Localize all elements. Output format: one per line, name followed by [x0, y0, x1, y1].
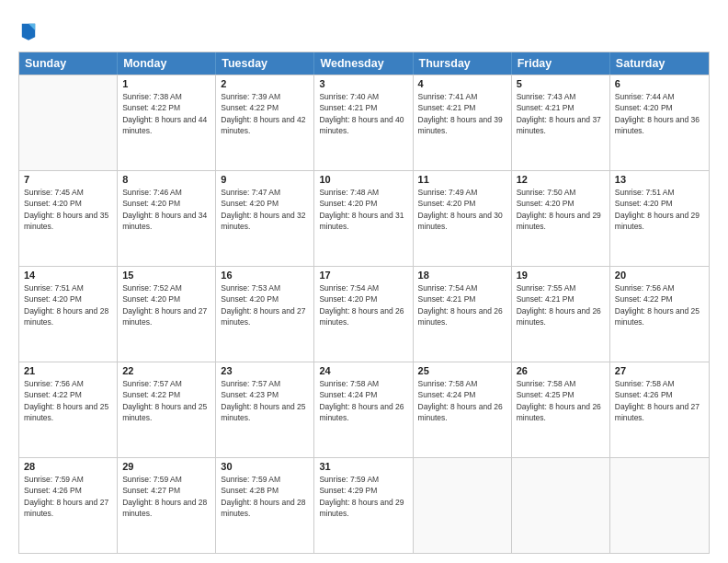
cell-info: Sunrise: 7:58 AM Sunset: 4:24 PM Dayligh…: [319, 378, 407, 423]
cell-info: Sunrise: 7:48 AM Sunset: 4:20 PM Dayligh…: [319, 187, 407, 232]
cell-date-number: 30: [221, 461, 309, 472]
calendar-week-5: 28Sunrise: 7:59 AM Sunset: 4:26 PM Dayli…: [19, 457, 709, 553]
calendar-cell: 23Sunrise: 7:57 AM Sunset: 4:23 PM Dayli…: [216, 362, 314, 457]
calendar: SundayMondayTuesdayWednesdayThursdayFrid…: [18, 52, 710, 554]
cell-info: Sunrise: 7:58 AM Sunset: 4:25 PM Dayligh…: [517, 378, 605, 423]
calendar-cell: 19Sunrise: 7:55 AM Sunset: 4:21 PM Dayli…: [512, 267, 610, 362]
cell-info: Sunrise: 7:59 AM Sunset: 4:29 PM Dayligh…: [319, 474, 407, 519]
calendar-cell: 31Sunrise: 7:59 AM Sunset: 4:29 PM Dayli…: [314, 458, 413, 553]
cell-date-number: 27: [615, 365, 704, 376]
logo-icon: [20, 20, 37, 40]
calendar-cell: 1Sunrise: 7:38 AM Sunset: 4:22 PM Daylig…: [118, 75, 216, 170]
calendar-cell: [414, 458, 512, 553]
header: [18, 17, 710, 44]
cell-date-number: 3: [319, 78, 407, 89]
header-day-sunday: Sunday: [19, 52, 118, 75]
calendar-week-3: 14Sunrise: 7:51 AM Sunset: 4:20 PM Dayli…: [19, 266, 709, 362]
cell-info: Sunrise: 7:55 AM Sunset: 4:21 PM Dayligh…: [517, 282, 605, 327]
cell-info: Sunrise: 7:56 AM Sunset: 4:22 PM Dayligh…: [615, 282, 704, 327]
calendar-cell: 13Sunrise: 7:51 AM Sunset: 4:20 PM Dayli…: [610, 171, 709, 266]
calendar-cell: 25Sunrise: 7:58 AM Sunset: 4:24 PM Dayli…: [414, 362, 512, 457]
cell-info: Sunrise: 7:41 AM Sunset: 4:21 PM Dayligh…: [418, 91, 506, 136]
calendar-body: 1Sunrise: 7:38 AM Sunset: 4:22 PM Daylig…: [19, 75, 709, 553]
calendar-cell: 22Sunrise: 7:57 AM Sunset: 4:22 PM Dayli…: [118, 362, 216, 457]
cell-date-number: 6: [615, 78, 704, 89]
calendar-cell: 18Sunrise: 7:54 AM Sunset: 4:21 PM Dayli…: [414, 267, 512, 362]
cell-info: Sunrise: 7:46 AM Sunset: 4:20 PM Dayligh…: [122, 187, 210, 232]
cell-date-number: 23: [221, 365, 309, 376]
cell-info: Sunrise: 7:44 AM Sunset: 4:20 PM Dayligh…: [615, 91, 704, 136]
cell-info: Sunrise: 7:57 AM Sunset: 4:23 PM Dayligh…: [221, 378, 309, 423]
calendar-cell: 30Sunrise: 7:59 AM Sunset: 4:28 PM Dayli…: [216, 458, 314, 553]
header-day-friday: Friday: [512, 52, 610, 75]
cell-date-number: 4: [418, 78, 506, 89]
calendar-cell: 20Sunrise: 7:56 AM Sunset: 4:22 PM Dayli…: [610, 267, 709, 362]
cell-info: Sunrise: 7:54 AM Sunset: 4:21 PM Dayligh…: [418, 282, 506, 327]
cell-date-number: 31: [319, 461, 407, 472]
calendar-cell: 28Sunrise: 7:59 AM Sunset: 4:26 PM Dayli…: [19, 458, 118, 553]
cell-date-number: 13: [615, 174, 704, 185]
header-day-wednesday: Wednesday: [314, 52, 413, 75]
cell-info: Sunrise: 7:47 AM Sunset: 4:20 PM Dayligh…: [221, 187, 309, 232]
cell-date-number: 16: [221, 270, 309, 281]
cell-date-number: 22: [122, 365, 210, 376]
cell-date-number: 8: [122, 174, 210, 185]
calendar-cell: 17Sunrise: 7:54 AM Sunset: 4:20 PM Dayli…: [314, 267, 413, 362]
calendar-cell: 9Sunrise: 7:47 AM Sunset: 4:20 PM Daylig…: [216, 171, 314, 266]
calendar-cell: 4Sunrise: 7:41 AM Sunset: 4:21 PM Daylig…: [414, 75, 512, 170]
cell-info: Sunrise: 7:54 AM Sunset: 4:20 PM Dayligh…: [319, 282, 407, 327]
cell-date-number: 5: [517, 78, 605, 89]
cell-info: Sunrise: 7:39 AM Sunset: 4:22 PM Dayligh…: [221, 91, 309, 136]
calendar-cell: 29Sunrise: 7:59 AM Sunset: 4:27 PM Dayli…: [118, 458, 216, 553]
cell-date-number: 11: [418, 174, 506, 185]
calendar-cell: 8Sunrise: 7:46 AM Sunset: 4:20 PM Daylig…: [118, 171, 216, 266]
cell-date-number: 19: [517, 270, 605, 281]
cell-info: Sunrise: 7:53 AM Sunset: 4:20 PM Dayligh…: [221, 282, 309, 327]
cell-info: Sunrise: 7:59 AM Sunset: 4:28 PM Dayligh…: [221, 474, 309, 519]
cell-date-number: 14: [24, 270, 112, 281]
cell-info: Sunrise: 7:52 AM Sunset: 4:20 PM Dayligh…: [122, 282, 210, 327]
calendar-cell: 26Sunrise: 7:58 AM Sunset: 4:25 PM Dayli…: [512, 362, 610, 457]
logo: [18, 20, 40, 44]
cell-date-number: 10: [319, 174, 407, 185]
cell-date-number: 29: [122, 461, 210, 472]
cell-date-number: 26: [517, 365, 605, 376]
cell-date-number: 9: [221, 174, 309, 185]
cell-date-number: 20: [615, 270, 704, 281]
cell-info: Sunrise: 7:58 AM Sunset: 4:24 PM Dayligh…: [418, 378, 506, 423]
cell-info: Sunrise: 7:56 AM Sunset: 4:22 PM Dayligh…: [24, 378, 112, 423]
calendar-week-4: 21Sunrise: 7:56 AM Sunset: 4:22 PM Dayli…: [19, 362, 709, 457]
calendar-cell: 7Sunrise: 7:45 AM Sunset: 4:20 PM Daylig…: [19, 171, 118, 266]
cell-date-number: 17: [319, 270, 407, 281]
calendar-cell: 24Sunrise: 7:58 AM Sunset: 4:24 PM Dayli…: [314, 362, 413, 457]
cell-date-number: 1: [122, 78, 210, 89]
calendar-cell: 3Sunrise: 7:40 AM Sunset: 4:21 PM Daylig…: [314, 75, 413, 170]
cell-info: Sunrise: 7:59 AM Sunset: 4:27 PM Dayligh…: [122, 474, 210, 519]
cell-date-number: 15: [122, 270, 210, 281]
calendar-cell: 27Sunrise: 7:58 AM Sunset: 4:26 PM Dayli…: [610, 362, 709, 457]
header-day-monday: Monday: [118, 52, 216, 75]
cell-info: Sunrise: 7:59 AM Sunset: 4:26 PM Dayligh…: [24, 474, 112, 519]
calendar-cell: 12Sunrise: 7:50 AM Sunset: 4:20 PM Dayli…: [512, 171, 610, 266]
cell-info: Sunrise: 7:49 AM Sunset: 4:20 PM Dayligh…: [418, 187, 506, 232]
page: SundayMondayTuesdayWednesdayThursdayFrid…: [0, 0, 728, 563]
cell-info: Sunrise: 7:51 AM Sunset: 4:20 PM Dayligh…: [24, 282, 112, 327]
cell-info: Sunrise: 7:40 AM Sunset: 4:21 PM Dayligh…: [319, 91, 407, 136]
calendar-cell: 21Sunrise: 7:56 AM Sunset: 4:22 PM Dayli…: [19, 362, 118, 457]
cell-date-number: 18: [418, 270, 506, 281]
cell-date-number: 2: [221, 78, 309, 89]
cell-info: Sunrise: 7:45 AM Sunset: 4:20 PM Dayligh…: [24, 187, 112, 232]
calendar-cell: 14Sunrise: 7:51 AM Sunset: 4:20 PM Dayli…: [19, 267, 118, 362]
cell-date-number: 12: [517, 174, 605, 185]
cell-date-number: 7: [24, 174, 112, 185]
cell-date-number: 25: [418, 365, 506, 376]
calendar-cell: 10Sunrise: 7:48 AM Sunset: 4:20 PM Dayli…: [314, 171, 413, 266]
cell-info: Sunrise: 7:50 AM Sunset: 4:20 PM Dayligh…: [517, 187, 605, 232]
calendar-cell: 5Sunrise: 7:43 AM Sunset: 4:21 PM Daylig…: [512, 75, 610, 170]
cell-date-number: 28: [24, 461, 112, 472]
calendar-cell: 2Sunrise: 7:39 AM Sunset: 4:22 PM Daylig…: [216, 75, 314, 170]
calendar-week-2: 7Sunrise: 7:45 AM Sunset: 4:20 PM Daylig…: [19, 170, 709, 266]
calendar-cell: 16Sunrise: 7:53 AM Sunset: 4:20 PM Dayli…: [216, 267, 314, 362]
header-day-tuesday: Tuesday: [216, 52, 314, 75]
calendar-cell: 15Sunrise: 7:52 AM Sunset: 4:20 PM Dayli…: [118, 267, 216, 362]
